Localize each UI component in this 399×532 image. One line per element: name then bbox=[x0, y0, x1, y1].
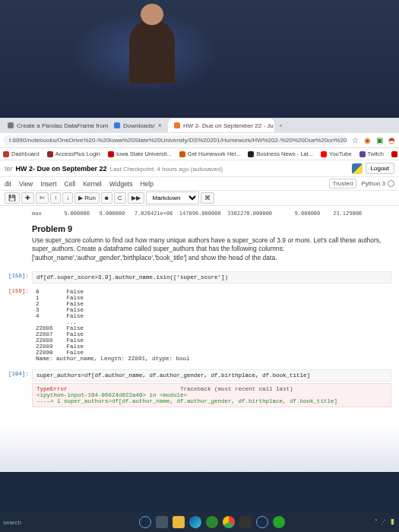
out-prompt: [159]: bbox=[0, 288, 29, 294]
code-input[interactable]: super_authors=df[df.author_name, df.auth… bbox=[32, 369, 391, 382]
star-icon[interactable]: ☆ bbox=[350, 136, 359, 145]
logout-button[interactable]: Logout bbox=[366, 163, 394, 174]
app-icon[interactable] bbox=[273, 516, 285, 528]
menu-widgets[interactable]: Widgets bbox=[109, 180, 133, 188]
bookmark-icon bbox=[248, 151, 254, 157]
traceback-output: TypeError Traceback (most recent call la… bbox=[32, 383, 391, 407]
bookmark-icon bbox=[359, 151, 366, 157]
fade-overlay bbox=[0, 426, 399, 472]
browser-tabbar: Create a Pandas DataFrame from × Downloa… bbox=[0, 118, 399, 133]
notebook-title[interactable]: HW 2- Due on September 22 bbox=[16, 165, 107, 173]
app-icon[interactable] bbox=[239, 516, 252, 528]
wifi-icon[interactable]: ⋰ bbox=[381, 519, 386, 525]
restart-run-all-button[interactable]: ▶▶ bbox=[128, 192, 144, 204]
run-button[interactable]: ▶ Run bbox=[74, 192, 100, 204]
menu-help[interactable]: Help bbox=[140, 180, 153, 188]
edge-icon[interactable] bbox=[189, 516, 201, 528]
bookmark-twitch[interactable]: Twitch bbox=[359, 150, 384, 157]
favicon bbox=[114, 122, 120, 128]
bookmark-icon bbox=[47, 151, 53, 157]
bookmark-isu[interactable]: Iowa State Universit... bbox=[108, 150, 172, 157]
code-input[interactable]: df[df.super_score>3.9].author_name.isin(… bbox=[32, 271, 391, 283]
in-prompt: [104]: bbox=[0, 371, 29, 377]
celltype-dropdown[interactable]: Markdown bbox=[146, 192, 199, 204]
tab-label: Create a Pandas DataFrame from bbox=[17, 122, 108, 129]
tab-label: Downloads/ bbox=[123, 122, 155, 129]
chrome-icon[interactable] bbox=[223, 516, 235, 528]
tab-label: HW 2- Due on September 22 - Ju bbox=[183, 122, 274, 129]
tab-pandas[interactable]: Create a Pandas DataFrame from × bbox=[2, 119, 108, 132]
output-cell-159: [159]: 0 False 1 False 2 False 3 False 4… bbox=[0, 285, 399, 363]
favicon bbox=[8, 122, 14, 128]
save-button[interactable]: 💾 bbox=[5, 192, 20, 204]
code-output: 0 False 1 False 2 False 3 False 4 False … bbox=[32, 287, 391, 362]
cut-cell-button[interactable]: ✄ bbox=[36, 192, 49, 204]
bookmark-homework[interactable]: Get Homework Hel... bbox=[179, 150, 241, 157]
taskbar-search[interactable]: search bbox=[3, 519, 49, 526]
move-up-button[interactable]: ↑ bbox=[50, 192, 61, 204]
python-logo-icon bbox=[352, 163, 363, 174]
in-prompt: [158]: bbox=[0, 273, 29, 279]
extension-icon[interactable]: ◓ bbox=[387, 136, 396, 145]
bookmark-icon bbox=[3, 151, 9, 157]
menu-view[interactable]: View bbox=[19, 180, 33, 188]
bookmarks-bar: Dashboard AccessPlus Login Iowa State Un… bbox=[0, 148, 399, 160]
menu-cell[interactable]: Cell bbox=[65, 180, 76, 188]
menu-insert[interactable]: Insert bbox=[40, 180, 56, 188]
browser-window: Create a Pandas DataFrame from × Downloa… bbox=[0, 118, 399, 472]
menubar: dit View Insert Cell Kernel Widgets Help… bbox=[0, 177, 399, 191]
chevron-up-icon[interactable]: ˄ bbox=[375, 519, 378, 525]
bookmark-icon bbox=[321, 151, 327, 157]
notebook-area[interactable]: max 9.000000 9.000000 7.020421e+06 14709… bbox=[0, 206, 399, 472]
restart-button[interactable]: C bbox=[114, 192, 126, 204]
code-cell-158[interactable]: [158]: df[df.super_score>3.9].author_nam… bbox=[0, 270, 399, 285]
stop-button[interactable]: ■ bbox=[101, 192, 112, 204]
jupyter-logo-fragment: ter bbox=[5, 165, 13, 173]
favicon bbox=[174, 122, 180, 128]
new-tab-button[interactable]: + bbox=[274, 122, 287, 129]
markdown-cell-problem9[interactable]: Problem 9 Use super_score column to find… bbox=[0, 221, 399, 270]
close-icon[interactable]: × bbox=[158, 122, 162, 129]
cortana-icon[interactable] bbox=[139, 516, 151, 528]
move-down-button[interactable]: ↓ bbox=[62, 192, 73, 204]
battery-icon[interactable]: 🔋 bbox=[389, 519, 396, 525]
bookmark-icon bbox=[179, 151, 185, 157]
menu-edit[interactable]: dit bbox=[5, 180, 11, 188]
bookmark-icon bbox=[391, 151, 397, 157]
problem-text: Use super_score column to find out how m… bbox=[32, 236, 384, 262]
bookmark-youtube[interactable]: YouTube bbox=[321, 150, 351, 157]
code-cell-104[interactable]: [104]: super_authors=df[df.author_name, … bbox=[0, 368, 399, 409]
tab-jupyter[interactable]: HW 2- Due on September 22 - Ju × bbox=[168, 119, 274, 132]
jupyter-header: ter HW 2- Due on September 22 Last Check… bbox=[0, 160, 399, 177]
bookmark-business[interactable]: Business News - Lat... bbox=[248, 150, 313, 157]
explorer-icon[interactable] bbox=[173, 516, 185, 528]
kernel-status-icon bbox=[388, 180, 394, 187]
address-bar-row: t:8890/notebooks/OneDrive%20-%20Iowa%20S… bbox=[0, 133, 399, 148]
windows-taskbar: search ˄ ⋰ 🔋 bbox=[0, 512, 399, 532]
tab-downloads[interactable]: Downloads/ × bbox=[108, 119, 168, 132]
bookmark-icon bbox=[108, 151, 114, 157]
task-view-icon[interactable] bbox=[156, 516, 168, 528]
describe-output-fragment: max 9.000000 9.000000 7.020421e+06 14709… bbox=[0, 211, 399, 221]
menu-kernel[interactable]: Kernel bbox=[83, 180, 102, 188]
app-icon[interactable] bbox=[206, 516, 218, 528]
address-bar[interactable]: t:8890/notebooks/OneDrive%20-%20Iowa%20S… bbox=[3, 135, 347, 145]
bookmark-isu2[interactable]: Iowa State University bbox=[391, 150, 399, 157]
add-cell-button[interactable]: ✚ bbox=[21, 192, 34, 204]
command-palette-button[interactable]: ⌘ bbox=[201, 192, 214, 204]
checkpoint-text: Last Checkpoint: 4 hours ago (autosaved) bbox=[110, 166, 223, 173]
system-tray[interactable]: ˄ ⋰ 🔋 bbox=[375, 519, 396, 525]
kernel-indicator[interactable]: Python 3 bbox=[361, 180, 394, 187]
background-photo bbox=[0, 0, 399, 118]
problem-heading: Problem 9 bbox=[32, 224, 384, 233]
trusted-badge[interactable]: Trusted bbox=[329, 179, 357, 188]
app-icon[interactable] bbox=[256, 516, 268, 528]
bookmark-accessplus[interactable]: AccessPlus Login bbox=[47, 150, 100, 157]
extension-icon[interactable]: ▣ bbox=[375, 136, 384, 145]
extension-icon[interactable]: ◉ bbox=[363, 136, 372, 145]
bookmark-dashboard[interactable]: Dashboard bbox=[3, 150, 40, 157]
toolbar: 💾 ✚ ✄ ↑ ↓ ▶ Run ■ C ▶▶ Markdown ⌘ bbox=[0, 191, 399, 206]
